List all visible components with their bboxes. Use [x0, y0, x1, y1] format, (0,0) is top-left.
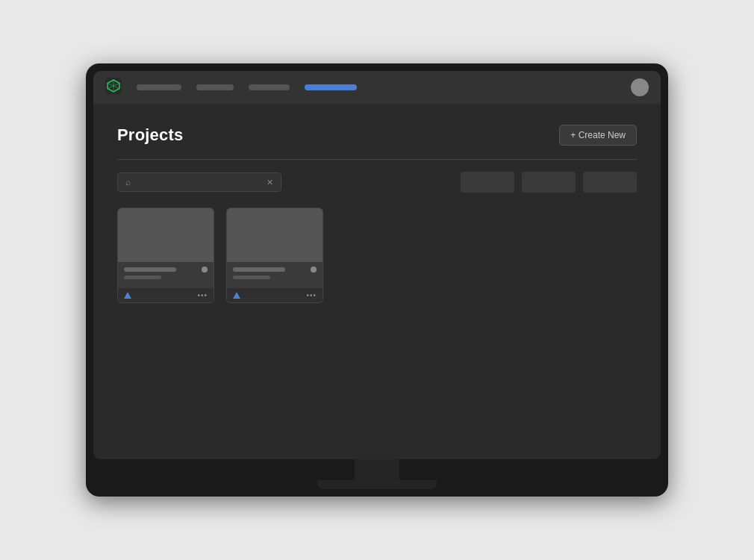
search-icon: ⌕: [125, 177, 131, 187]
nav-item-2[interactable]: [196, 84, 234, 90]
monitor: Projects + Create New ⌕ ✕: [86, 63, 668, 497]
filter-button-2[interactable]: [522, 172, 576, 193]
card-status-dot-2: [311, 267, 317, 273]
card-info-2: [227, 262, 323, 288]
search-box: ⌕ ✕: [117, 172, 281, 192]
filter-button-1[interactable]: [461, 172, 514, 193]
search-input[interactable]: [137, 178, 261, 187]
card-warning-icon-1: [124, 292, 131, 299]
create-new-button[interactable]: + Create New: [559, 125, 637, 146]
toolbar-row: ⌕ ✕: [117, 172, 637, 193]
nav-item-3[interactable]: [249, 84, 290, 90]
card-footer-left-2: [233, 292, 240, 299]
card-title-line-2: [233, 267, 285, 272]
page-header: Projects + Create New: [117, 125, 637, 146]
card-subtitle-line-2: [233, 276, 270, 279]
filter-button-3[interactable]: [583, 172, 637, 193]
card-footer-1: •••: [118, 288, 214, 302]
card-footer-left-1: [124, 292, 131, 299]
card-title-bar-1: [124, 267, 208, 273]
card-title-bar-2: [233, 267, 317, 273]
card-subtitle-line-1: [124, 276, 161, 279]
card-footer-2: •••: [227, 288, 323, 302]
projects-grid: •••: [117, 208, 637, 303]
section-divider: [117, 159, 637, 160]
card-warning-icon-2: [233, 292, 240, 299]
main-content: Projects + Create New ⌕ ✕: [93, 104, 661, 459]
page-title: Projects: [117, 125, 183, 145]
monitor-stand-neck: [355, 459, 399, 480]
project-card[interactable]: •••: [226, 208, 323, 303]
card-more-button-1[interactable]: •••: [197, 291, 208, 299]
app-logo-icon[interactable]: [105, 78, 122, 97]
search-clear-button[interactable]: ✕: [267, 178, 273, 187]
card-info-1: [118, 262, 214, 288]
card-thumbnail-1: [118, 208, 214, 262]
user-avatar[interactable]: [631, 78, 649, 96]
navbar: [93, 71, 661, 104]
nav-item-projects[interactable]: [305, 84, 357, 90]
card-thumbnail-2: [227, 208, 323, 262]
card-status-dot-1: [202, 267, 208, 273]
monitor-stand-base: [317, 480, 437, 489]
nav-item-home[interactable]: [137, 84, 181, 90]
project-card[interactable]: •••: [117, 208, 214, 303]
card-more-button-2[interactable]: •••: [306, 291, 317, 299]
card-title-line-1: [124, 267, 176, 272]
